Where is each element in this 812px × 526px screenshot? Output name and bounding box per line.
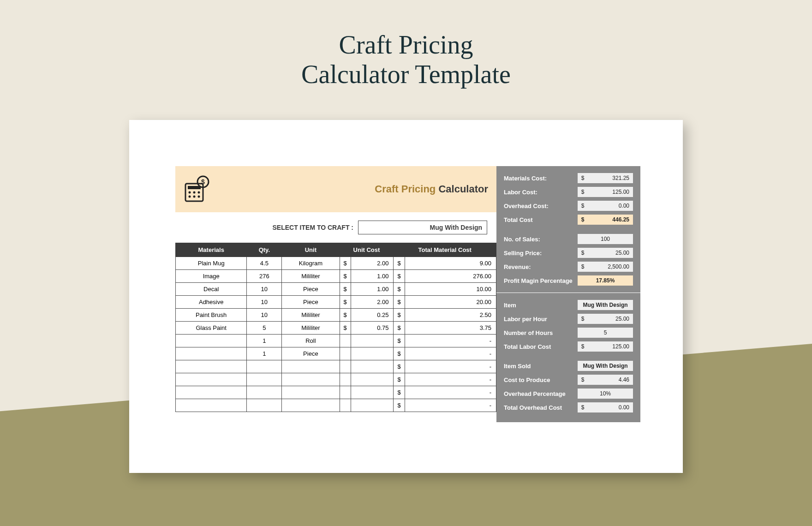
- svg-point-7: [198, 196, 200, 198]
- cell-uc[interactable]: 1.00: [351, 270, 394, 283]
- svg-point-3: [193, 191, 196, 194]
- row-selling-price: Selling Price: $25.00: [504, 247, 633, 258]
- cell-qty[interactable]: 1: [247, 335, 282, 347]
- cell-unit[interactable]: Piece: [282, 283, 340, 296]
- cell-unit[interactable]: [282, 386, 340, 399]
- cell-total: 3.75: [405, 322, 496, 335]
- banner-title: Craft Pricing Calculator: [375, 183, 488, 195]
- cell-uc[interactable]: [351, 347, 394, 360]
- cell-uc-cur: $: [340, 309, 351, 322]
- cell-unit[interactable]: Piece: [282, 296, 340, 309]
- cell-uc[interactable]: 2.00: [351, 296, 394, 309]
- cell-material[interactable]: Plain Mug: [176, 257, 247, 270]
- cell-unit[interactable]: Kilogram: [282, 257, 340, 270]
- table-row: Plain Mug4.5Kilogram$2.00$9.00: [176, 257, 496, 270]
- cell-uc-cur: $: [340, 257, 351, 270]
- cell-uc[interactable]: [351, 373, 394, 386]
- cell-material[interactable]: [176, 373, 247, 386]
- cell-total: -: [405, 335, 496, 347]
- cell-unit[interactable]: Mililiter: [282, 322, 340, 335]
- table-row: Glass Paint5Mililiter$0.75$3.75: [176, 322, 496, 335]
- cell-total: -: [405, 347, 496, 360]
- cell-unit[interactable]: [282, 399, 340, 412]
- row-materials-cost: Materials Cost: $321.25: [504, 173, 633, 184]
- cell-qty[interactable]: [247, 373, 282, 386]
- spreadsheet: $ Craft Pricing Calculator SELECT ITEM T…: [175, 166, 637, 422]
- template-card: $ Craft Pricing Calculator SELECT ITEM T…: [129, 120, 683, 473]
- table-row: Decal10Piece$1.00$10.00: [176, 283, 496, 296]
- cell-uc[interactable]: 2.00: [351, 257, 394, 270]
- cell-t-cur: $: [394, 283, 405, 296]
- cell-uc-cur: [340, 373, 351, 386]
- cell-material[interactable]: [176, 386, 247, 399]
- cell-uc-cur: [340, 399, 351, 412]
- row-margin: Profit Magin Percentage 17.85%: [504, 275, 633, 286]
- cell-t-cur: $: [394, 335, 405, 347]
- cell-material[interactable]: [176, 347, 247, 360]
- cell-qty[interactable]: 10: [247, 309, 282, 322]
- cell-material[interactable]: Decal: [176, 283, 247, 296]
- th-total: Total Material Cost: [394, 243, 496, 257]
- table-row: 1Piece$-: [176, 347, 496, 360]
- table-row: Adhesive10Piece$2.00$20.00: [176, 296, 496, 309]
- cell-unit[interactable]: Roll: [282, 335, 340, 347]
- cell-t-cur: $: [394, 386, 405, 399]
- cell-material[interactable]: Adhesive: [176, 296, 247, 309]
- cell-unit[interactable]: Mililiter: [282, 270, 340, 283]
- cell-t-cur: $: [394, 296, 405, 309]
- cell-total: 2.50: [405, 309, 496, 322]
- cell-material[interactable]: Paint Brush: [176, 309, 247, 322]
- cell-uc-cur: [340, 335, 351, 347]
- cell-total: -: [405, 399, 496, 412]
- cell-unit[interactable]: [282, 373, 340, 386]
- cell-material[interactable]: Image: [176, 270, 247, 283]
- row-item: Item Mug With Design: [504, 299, 633, 311]
- cell-total: -: [405, 373, 496, 386]
- cell-qty[interactable]: 10: [247, 296, 282, 309]
- cell-unit[interactable]: Piece: [282, 347, 340, 360]
- cell-material[interactable]: Glass Paint: [176, 322, 247, 335]
- select-item-dropdown[interactable]: Mug With Design: [358, 221, 487, 234]
- cell-uc[interactable]: 0.75: [351, 322, 394, 335]
- cell-uc-cur: $: [340, 270, 351, 283]
- cell-qty[interactable]: [247, 386, 282, 399]
- cell-t-cur: $: [394, 257, 405, 270]
- cell-uc-cur: $: [340, 296, 351, 309]
- cell-qty[interactable]: 276: [247, 270, 282, 283]
- cell-t-cur: $: [394, 309, 405, 322]
- left-panel: $ Craft Pricing Calculator SELECT ITEM T…: [175, 166, 496, 422]
- cell-uc[interactable]: [351, 386, 394, 399]
- cell-uc[interactable]: 0.25: [351, 309, 394, 322]
- cell-qty[interactable]: 1: [247, 347, 282, 360]
- cell-total: 9.00: [405, 257, 496, 270]
- cell-qty[interactable]: [247, 399, 282, 412]
- cell-uc[interactable]: [351, 399, 394, 412]
- row-sales: No. of Sales: 100: [504, 233, 633, 245]
- cell-material[interactable]: [176, 335, 247, 347]
- banner-word2: Calculator: [436, 183, 488, 195]
- cell-unit[interactable]: [282, 360, 340, 373]
- row-total-cost: Total Cost $446.25: [504, 214, 633, 225]
- banner: $ Craft Pricing Calculator: [175, 166, 496, 212]
- cell-qty[interactable]: [247, 360, 282, 373]
- banner-word1: Craft Pricing: [375, 183, 436, 195]
- select-label: SELECT ITEM TO CRAFT :: [272, 224, 353, 231]
- cell-total: 10.00: [405, 283, 496, 296]
- cell-material[interactable]: [176, 360, 247, 373]
- cell-t-cur: $: [394, 399, 405, 412]
- cell-uc[interactable]: [351, 335, 394, 347]
- svg-point-2: [189, 191, 191, 194]
- row-labor-hour: Labor per Hour $25.00: [504, 313, 633, 324]
- cell-uc[interactable]: 1.00: [351, 283, 394, 296]
- title-line2: Calculator Template: [301, 60, 511, 89]
- cell-material[interactable]: [176, 399, 247, 412]
- cell-unit[interactable]: Mililiter: [282, 309, 340, 322]
- cell-uc[interactable]: [351, 360, 394, 373]
- row-hours: Number of Hours 5: [504, 327, 633, 338]
- cell-qty[interactable]: 4.5: [247, 257, 282, 270]
- cell-qty[interactable]: 5: [247, 322, 282, 335]
- cell-qty[interactable]: 10: [247, 283, 282, 296]
- table-row: $-: [176, 386, 496, 399]
- select-value: Mug With Design: [430, 224, 482, 231]
- cell-uc-cur: [340, 360, 351, 373]
